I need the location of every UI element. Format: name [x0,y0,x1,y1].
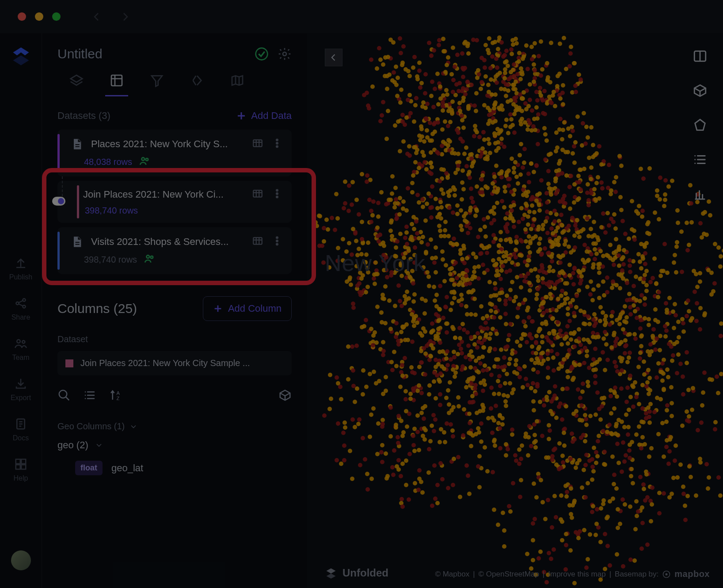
more-menu-icon[interactable] [271,188,283,201]
add-column-label: Add Column [228,303,282,314]
dataset-row-count: 398,740 rows [85,206,138,216]
svg-point-25 [146,158,148,160]
dataset-join-item[interactable]: Join Places 2021: New York Ci... 398,740… [57,181,292,223]
unfolded-logo: Unfolded [325,567,388,579]
svg-rect-2 [16,267,25,268]
legend-icon[interactable] [693,152,708,169]
rail-export-label: Export [11,394,31,402]
map-city-label: New York [325,250,426,276]
collapse-panel-button[interactable] [325,49,342,66]
attrib-mapbox[interactable]: © Mapbox [435,570,469,579]
nav-forward-button[interactable] [120,11,130,22]
dataset-color-stripe [57,232,60,270]
attrib-improve-link[interactable]: Improve this map [548,570,605,579]
svg-point-38 [59,390,67,398]
join-icon [52,197,65,206]
table-view-icon[interactable] [252,137,263,151]
3d-view-icon[interactable] [693,83,708,100]
nav-back-button[interactable] [91,11,102,22]
tab-layers[interactable] [68,73,84,88]
attrib-basemap-label: Basemap by: [615,570,658,579]
chart-icon[interactable] [693,187,708,203]
side-panel: Untitled Datasets (3) Add Data [42,33,307,588]
svg-point-28 [276,193,278,195]
rail-team[interactable]: Team [12,337,29,362]
rail-docs[interactable]: Docs [13,417,29,442]
svg-point-37 [151,256,153,258]
sort-icon[interactable]: AZ [109,389,122,404]
settings-icon[interactable] [278,47,292,61]
columns-header: Columns (25) [57,301,137,316]
dataset-row-count: 48,038 rows [84,157,132,167]
svg-rect-16 [111,75,122,86]
rail-export[interactable]: Export [11,377,31,402]
app-rail: Publish Share Team Export Docs Help [0,33,42,588]
add-column-button[interactable]: Add Column [203,296,292,321]
attrib-osm[interactable]: © OpenStreetMap [479,570,539,579]
svg-point-23 [276,146,278,148]
people-icon [144,253,155,266]
svg-point-7 [22,340,25,343]
close-window-button[interactable] [18,12,26,21]
document-icon [71,138,83,150]
dataset-item[interactable]: Visits 2021: Shops & Services... 398,740… [57,227,292,274]
dataset-row-count: 398,740 rows [84,255,137,265]
app-logo-icon [11,46,31,66]
svg-rect-12 [21,465,26,469]
dataset-color-swatch [65,359,73,367]
svg-marker-15 [71,75,83,82]
geo-column-group[interactable]: geo (2) [57,439,292,451]
column-type-chip: float [75,461,103,475]
maximize-window-button[interactable] [52,12,61,21]
tab-interactions[interactable] [189,73,205,88]
map-canvas[interactable]: New York Unfolded © Mapbox | © OpenStree… [307,33,723,588]
svg-marker-1 [13,55,29,65]
rail-share[interactable]: Share [11,297,30,321]
mapbox-brand[interactable]: mapbox [674,569,710,579]
split-map-icon[interactable] [693,49,708,65]
user-avatar[interactable] [11,550,31,570]
svg-rect-19 [76,146,80,147]
page-title[interactable]: Untitled [57,46,246,61]
cube-icon[interactable] [278,389,292,404]
list-icon[interactable] [83,389,96,404]
table-view-icon[interactable] [252,235,263,248]
geo-columns-header[interactable]: Geo Columns (1) [57,421,292,431]
window-titlebar [0,0,723,33]
column-item[interactable]: float geo_lat [75,461,292,475]
geocode-icon[interactable] [693,118,708,134]
dataset-select[interactable]: Join Places 2021: New York City Sample .… [57,351,292,375]
status-ok-icon [255,47,269,61]
search-icon[interactable] [57,389,71,404]
tab-columns[interactable] [109,73,125,88]
tab-basemap[interactable] [229,73,245,88]
svg-rect-20 [253,140,262,146]
column-name: geo_lat [111,462,143,474]
svg-marker-17 [152,76,162,86]
map-points-layer [307,33,723,588]
svg-rect-18 [76,144,80,145]
svg-marker-45 [327,569,336,574]
add-data-button[interactable]: Add Data [236,110,292,122]
svg-rect-26 [253,190,262,197]
svg-rect-11 [16,465,20,469]
table-view-icon[interactable] [252,188,263,201]
more-menu-icon[interactable] [271,137,283,151]
rail-help[interactable]: Help [14,458,28,482]
more-menu-icon[interactable] [271,235,283,248]
tab-filters[interactable] [149,73,165,88]
svg-rect-10 [21,459,26,464]
rail-share-label: Share [11,313,30,321]
svg-point-29 [276,196,278,198]
dataset-item[interactable]: Places 2021: New York City S... 48,038 r… [57,130,292,176]
minimize-window-button[interactable] [35,12,43,21]
svg-text:Z: Z [117,396,120,401]
people-icon [139,155,150,168]
svg-rect-31 [76,244,80,245]
dataset-color-stripe [77,185,79,218]
svg-rect-32 [253,237,262,244]
rail-publish-label: Publish [9,273,32,281]
dataset-name: Join Places 2021: New York Ci... [83,189,244,200]
svg-point-24 [141,157,145,160]
rail-publish[interactable]: Publish [9,256,32,281]
